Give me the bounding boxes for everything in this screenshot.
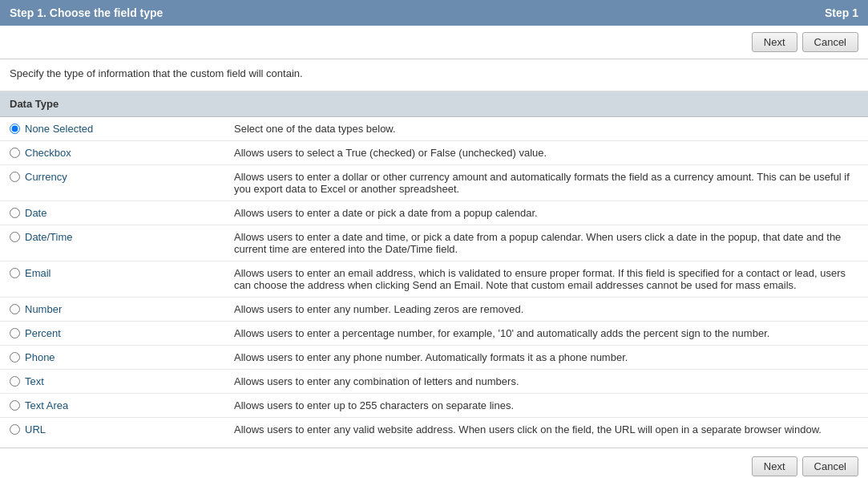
radio-currency[interactable] [10,172,20,182]
field-type-label: Text Area [25,399,68,411]
field-type-description: Allows users to select a True (checked) … [224,141,868,165]
radio-label-currency[interactable]: Currency [10,171,215,183]
radio-email[interactable] [10,268,20,278]
field-type-description: Allows users to enter a dollar or other … [224,165,868,201]
table-row: NumberAllows users to enter any number. … [0,298,868,322]
table-row: DateAllows users to enter a date or pick… [0,201,868,225]
header-title-left: Step 1. Choose the field type [10,6,163,19]
table-row: CheckboxAllows users to select a True (c… [0,141,868,165]
field-type-label: URL [25,423,46,435]
field-type-label: Number [25,303,62,315]
field-type-label: Date/Time [25,231,72,243]
radio-label-checkbox[interactable]: Checkbox [10,147,215,159]
table-row: Text AreaAllows users to enter up to 255… [0,394,868,418]
field-type-label: Text [25,375,44,387]
data-type-content: None SelectedSelect one of the data type… [0,117,868,441]
bottom-cancel-button[interactable]: Cancel [802,456,858,476]
bottom-next-button[interactable]: Next [752,456,797,476]
field-type-label: Date [25,207,46,219]
field-type-description: Allows users to enter any combination of… [224,370,868,394]
radio-label-percent[interactable]: Percent [10,327,215,339]
field-type-description: Select one of the data types below. [224,117,868,141]
radio-label-phone[interactable]: Phone [10,351,215,363]
field-type-label: Percent [25,327,61,339]
table-row: URLAllows users to enter any valid websi… [0,418,868,442]
radio-label-email[interactable]: Email [10,267,215,279]
field-type-description: Allows users to enter a date and time, o… [224,225,868,261]
bottom-toolbar: Next Cancel [0,448,868,478]
field-type-label: Email [25,267,51,279]
intro-text: Specify the type of information that the… [0,59,868,91]
table-row: Date/TimeAllows users to enter a date an… [0,225,868,261]
radio-date[interactable] [10,208,20,218]
field-type-description: Allows users to enter a percentage numbe… [224,322,868,346]
field-type-label: Phone [25,351,55,363]
field-type-label: Checkbox [25,147,71,159]
top-toolbar: Next Cancel [0,26,868,59]
field-type-description: Allows users to enter any number. Leadin… [224,298,868,322]
data-type-table: None SelectedSelect one of the data type… [0,117,868,441]
radio-label-text[interactable]: Text [10,375,215,387]
table-row: PercentAllows users to enter a percentag… [0,322,868,346]
field-type-description: Allows users to enter any phone number. … [224,346,868,370]
field-type-description: Allows users to enter up to 255 characte… [224,394,868,418]
field-type-label: None Selected [25,123,93,135]
field-type-label: Currency [25,171,67,183]
radio-label-number[interactable]: Number [10,303,215,315]
radio-label-none[interactable]: None Selected [10,123,215,135]
radio-checkbox[interactable] [10,148,20,158]
radio-textarea[interactable] [10,400,20,411]
radio-label-date[interactable]: Date [10,207,215,219]
table-row: CurrencyAllows users to enter a dollar o… [0,165,868,201]
radio-label-textarea[interactable]: Text Area [10,399,215,411]
radio-label-datetime[interactable]: Date/Time [10,231,215,243]
top-next-button[interactable]: Next [752,32,797,52]
table-row: TextAllows users to enter any combinatio… [0,370,868,394]
table-row: None SelectedSelect one of the data type… [0,117,868,141]
radio-number[interactable] [10,304,20,314]
header-title-right: Step 1 [825,6,858,19]
top-cancel-button[interactable]: Cancel [802,32,858,52]
radio-none[interactable] [10,124,20,134]
radio-url[interactable] [10,424,20,435]
table-row: EmailAllows users to enter an email addr… [0,261,868,298]
radio-datetime[interactable] [10,232,20,242]
page-header: Step 1. Choose the field type Step 1 [0,0,868,26]
field-type-description: Allows users to enter an email address, … [224,261,868,298]
radio-percent[interactable] [10,328,20,338]
section-header: Data Type [0,91,868,117]
radio-text[interactable] [10,376,20,387]
field-type-description: Allows users to enter a date or pick a d… [224,201,868,225]
radio-phone[interactable] [10,352,20,363]
field-type-description: Allows users to enter any valid website … [224,418,868,442]
radio-label-url[interactable]: URL [10,423,215,435]
table-row: PhoneAllows users to enter any phone num… [0,346,868,370]
